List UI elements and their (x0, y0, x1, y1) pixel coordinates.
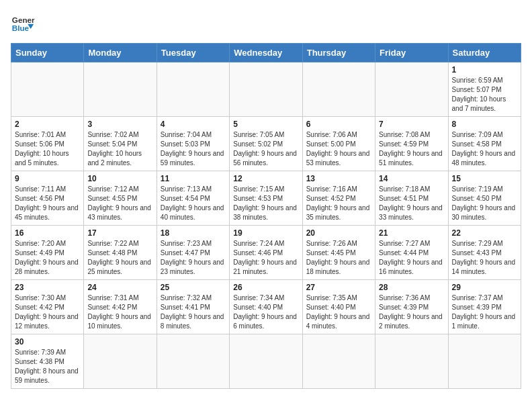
weekday-header: Wednesday (230, 44, 302, 62)
calendar-day-cell (302, 334, 375, 389)
weekday-header: Monday (84, 44, 157, 62)
day-info: Sunrise: 7:09 AM Sunset: 4:58 PM Dayligh… (452, 130, 517, 168)
day-info: Sunrise: 7:04 AM Sunset: 5:03 PM Dayligh… (161, 130, 226, 168)
calendar-day-cell: 22Sunrise: 7:29 AM Sunset: 4:43 PM Dayli… (448, 226, 521, 280)
day-number: 8 (452, 120, 517, 129)
calendar-day-cell: 7Sunrise: 7:08 AM Sunset: 4:59 PM Daylig… (375, 117, 448, 171)
calendar-day-cell: 17Sunrise: 7:22 AM Sunset: 4:48 PM Dayli… (84, 226, 157, 280)
weekday-header: Saturday (448, 44, 521, 62)
svg-text:Blue: Blue (12, 24, 30, 32)
calendar-week-row: 1Sunrise: 6:59 AM Sunset: 5:07 PM Daylig… (11, 62, 521, 117)
calendar-day-cell: 13Sunrise: 7:16 AM Sunset: 4:52 PM Dayli… (302, 171, 375, 226)
day-number: 15 (452, 174, 517, 183)
calendar-day-cell (375, 334, 448, 389)
calendar-week-row: 16Sunrise: 7:20 AM Sunset: 4:49 PM Dayli… (11, 226, 521, 280)
calendar-day-cell: 15Sunrise: 7:19 AM Sunset: 4:50 PM Dayli… (448, 171, 521, 226)
calendar-week-row: 2Sunrise: 7:01 AM Sunset: 5:06 PM Daylig… (11, 117, 521, 171)
day-number: 22 (452, 228, 517, 238)
calendar-day-cell: 19Sunrise: 7:24 AM Sunset: 4:46 PM Dayli… (230, 226, 302, 280)
calendar-day-cell: 8Sunrise: 7:09 AM Sunset: 4:58 PM Daylig… (448, 117, 521, 171)
day-info: Sunrise: 6:59 AM Sunset: 5:07 PM Dayligh… (452, 76, 517, 113)
calendar-week-row: 23Sunrise: 7:30 AM Sunset: 4:42 PM Dayli… (11, 280, 521, 334)
day-number: 24 (87, 283, 152, 292)
day-info: Sunrise: 7:30 AM Sunset: 4:42 PM Dayligh… (15, 293, 80, 331)
day-info: Sunrise: 7:37 AM Sunset: 4:39 PM Dayligh… (452, 293, 517, 331)
calendar-day-cell (157, 334, 229, 389)
day-info: Sunrise: 7:27 AM Sunset: 4:44 PM Dayligh… (379, 239, 444, 277)
calendar-day-cell (375, 62, 448, 117)
calendar-day-cell: 9Sunrise: 7:11 AM Sunset: 4:56 PM Daylig… (11, 171, 84, 226)
day-number: 14 (379, 174, 444, 183)
weekday-header: Thursday (302, 44, 375, 62)
calendar-week-row: 9Sunrise: 7:11 AM Sunset: 4:56 PM Daylig… (11, 171, 521, 226)
day-info: Sunrise: 7:26 AM Sunset: 4:45 PM Dayligh… (306, 239, 371, 277)
day-info: Sunrise: 7:18 AM Sunset: 4:51 PM Dayligh… (379, 185, 444, 222)
day-info: Sunrise: 7:29 AM Sunset: 4:43 PM Dayligh… (452, 239, 517, 277)
day-info: Sunrise: 7:31 AM Sunset: 4:42 PM Dayligh… (87, 293, 152, 331)
calendar-day-cell: 14Sunrise: 7:18 AM Sunset: 4:51 PM Dayli… (375, 171, 448, 226)
calendar-day-cell: 25Sunrise: 7:32 AM Sunset: 4:41 PM Dayli… (157, 280, 229, 334)
weekday-header: Tuesday (157, 44, 229, 62)
day-number: 7 (379, 120, 444, 129)
calendar-day-cell (302, 62, 375, 117)
day-info: Sunrise: 7:32 AM Sunset: 4:41 PM Dayligh… (161, 293, 226, 331)
day-info: Sunrise: 7:01 AM Sunset: 5:06 PM Dayligh… (15, 130, 80, 168)
logo-icon: General Blue (11, 11, 35, 35)
calendar-day-cell: 20Sunrise: 7:26 AM Sunset: 4:45 PM Dayli… (302, 226, 375, 280)
day-info: Sunrise: 7:34 AM Sunset: 4:40 PM Dayligh… (233, 293, 298, 331)
day-number: 1 (452, 65, 517, 75)
calendar-day-cell: 26Sunrise: 7:34 AM Sunset: 4:40 PM Dayli… (230, 280, 302, 334)
day-info: Sunrise: 7:39 AM Sunset: 4:38 PM Dayligh… (15, 348, 80, 385)
calendar-day-cell: 5Sunrise: 7:05 AM Sunset: 5:02 PM Daylig… (230, 117, 302, 171)
day-number: 26 (233, 283, 298, 292)
calendar-day-cell: 16Sunrise: 7:20 AM Sunset: 4:49 PM Dayli… (11, 226, 84, 280)
day-info: Sunrise: 7:22 AM Sunset: 4:48 PM Dayligh… (87, 239, 152, 277)
day-number: 21 (379, 228, 444, 238)
day-number: 9 (15, 174, 80, 183)
weekday-header: Friday (375, 44, 448, 62)
day-number: 25 (161, 283, 226, 292)
day-number: 16 (15, 228, 80, 238)
day-info: Sunrise: 7:11 AM Sunset: 4:56 PM Dayligh… (15, 185, 80, 222)
day-number: 6 (306, 120, 371, 129)
calendar-day-cell: 2Sunrise: 7:01 AM Sunset: 5:06 PM Daylig… (11, 117, 84, 171)
calendar-day-cell: 30Sunrise: 7:39 AM Sunset: 4:38 PM Dayli… (11, 334, 84, 389)
day-info: Sunrise: 7:12 AM Sunset: 4:55 PM Dayligh… (87, 185, 152, 222)
calendar-day-cell: 11Sunrise: 7:13 AM Sunset: 4:54 PM Dayli… (157, 171, 229, 226)
calendar-day-cell (448, 334, 521, 389)
calendar-table: SundayMondayTuesdayWednesdayThursdayFrid… (11, 43, 521, 389)
day-info: Sunrise: 7:19 AM Sunset: 4:50 PM Dayligh… (452, 185, 517, 222)
calendar-day-cell: 1Sunrise: 6:59 AM Sunset: 5:07 PM Daylig… (448, 62, 521, 117)
day-number: 10 (87, 174, 152, 183)
calendar-day-cell: 21Sunrise: 7:27 AM Sunset: 4:44 PM Dayli… (375, 226, 448, 280)
day-info: Sunrise: 7:16 AM Sunset: 4:52 PM Dayligh… (306, 185, 371, 222)
page-header: General Blue (11, 11, 521, 35)
calendar-week-row: 30Sunrise: 7:39 AM Sunset: 4:38 PM Dayli… (11, 334, 521, 389)
calendar-day-cell: 24Sunrise: 7:31 AM Sunset: 4:42 PM Dayli… (84, 280, 157, 334)
calendar-day-cell: 3Sunrise: 7:02 AM Sunset: 5:04 PM Daylig… (84, 117, 157, 171)
day-number: 4 (161, 120, 226, 129)
day-number: 28 (379, 283, 444, 292)
calendar-day-cell: 6Sunrise: 7:06 AM Sunset: 5:00 PM Daylig… (302, 117, 375, 171)
calendar-day-cell: 18Sunrise: 7:23 AM Sunset: 4:47 PM Dayli… (157, 226, 229, 280)
logo: General Blue (11, 11, 35, 35)
calendar-day-cell (230, 334, 302, 389)
day-info: Sunrise: 7:06 AM Sunset: 5:00 PM Dayligh… (306, 130, 371, 168)
day-info: Sunrise: 7:02 AM Sunset: 5:04 PM Dayligh… (87, 130, 152, 168)
calendar-header-row: SundayMondayTuesdayWednesdayThursdayFrid… (11, 44, 521, 62)
calendar-day-cell (157, 62, 229, 117)
day-number: 19 (233, 228, 298, 238)
day-info: Sunrise: 7:05 AM Sunset: 5:02 PM Dayligh… (233, 130, 298, 168)
day-info: Sunrise: 7:36 AM Sunset: 4:39 PM Dayligh… (379, 293, 444, 331)
day-number: 5 (233, 120, 298, 129)
calendar-day-cell: 4Sunrise: 7:04 AM Sunset: 5:03 PM Daylig… (157, 117, 229, 171)
day-number: 3 (87, 120, 152, 129)
day-number: 2 (15, 120, 80, 129)
day-info: Sunrise: 7:15 AM Sunset: 4:53 PM Dayligh… (233, 185, 298, 222)
calendar-day-cell (230, 62, 302, 117)
calendar-day-cell: 10Sunrise: 7:12 AM Sunset: 4:55 PM Dayli… (84, 171, 157, 226)
day-number: 17 (87, 228, 152, 238)
day-number: 12 (233, 174, 298, 183)
day-info: Sunrise: 7:24 AM Sunset: 4:46 PM Dayligh… (233, 239, 298, 277)
calendar-day-cell: 12Sunrise: 7:15 AM Sunset: 4:53 PM Dayli… (230, 171, 302, 226)
